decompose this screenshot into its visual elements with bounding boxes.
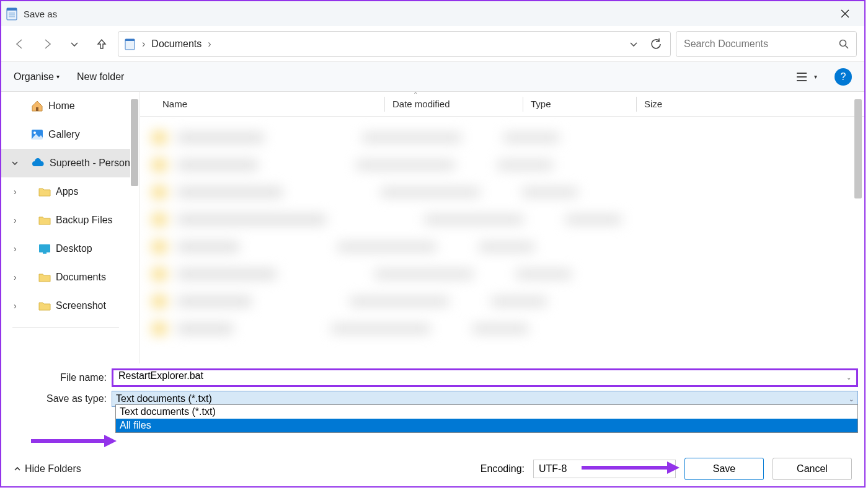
sidebar-item-apps[interactable]: › Apps — [1, 177, 130, 206]
dropdown-option-txt[interactable]: Text documents (*.txt) — [116, 405, 857, 419]
sidebar-label: Documents — [56, 272, 106, 283]
sidebar-label: Apps — [56, 186, 78, 197]
folder-icon — [38, 215, 51, 225]
search-box[interactable] — [676, 31, 857, 57]
file-rows-blurred — [140, 117, 864, 350]
navigation-pane: Home Gallery Supreeth - Personal › Apps — [1, 92, 140, 363]
close-button[interactable] — [831, 4, 859, 24]
svg-rect-17 — [39, 244, 50, 252]
sidebar-item-onedrive[interactable]: Supreeth - Personal — [1, 149, 130, 177]
save-button[interactable]: Save — [684, 458, 764, 480]
file-list-area: ⌃ Name Date modified Type Size — [140, 92, 864, 363]
column-size[interactable]: Size — [644, 99, 719, 109]
folder-icon — [38, 187, 51, 197]
svg-rect-18 — [43, 252, 46, 254]
sidebar-item-screenshot[interactable]: › Screenshot — [1, 292, 130, 320]
cancel-button[interactable]: Cancel — [773, 458, 852, 480]
toolbar: Organise ▾ New folder ▾ ? — [1, 62, 864, 92]
dropdown-option-allfiles[interactable]: All files — [116, 419, 857, 432]
saveastype-value: Text documents (*.txt) — [116, 393, 212, 404]
chevron-right-icon: › — [208, 38, 211, 50]
expand-icon[interactable]: › — [14, 272, 17, 282]
desktop-icon — [38, 244, 51, 254]
sidebar-item-documents[interactable]: › Documents — [1, 263, 130, 292]
chevron-down-icon: ⌄ — [849, 396, 854, 403]
column-headers: Name Date modified Type Size — [140, 92, 864, 117]
sidebar-label: Supreeth - Personal — [50, 158, 130, 169]
chevron-right-icon: › — [142, 38, 145, 50]
view-options-button[interactable]: ▾ — [797, 72, 817, 82]
svg-point-16 — [33, 131, 36, 134]
filename-value: RestartExplorer.bat — [118, 370, 203, 381]
svg-rect-8 — [125, 39, 135, 41]
history-dropdown[interactable] — [626, 36, 642, 52]
annotation-arrow — [582, 460, 681, 475]
annotation-arrow — [31, 434, 118, 448]
filename-row: File name: RestartExplorer.bat ⌄ — [1, 367, 864, 388]
hide-folders-button[interactable]: Hide Folders — [14, 463, 81, 474]
address-bar[interactable]: › Documents › — [118, 31, 671, 57]
home-icon — [31, 100, 43, 112]
expand-icon[interactable]: › — [14, 215, 17, 225]
gallery-icon — [31, 129, 43, 140]
sidebar-item-gallery[interactable]: Gallery — [1, 120, 130, 149]
folder-icon — [38, 301, 51, 311]
new-folder-button[interactable]: New folder — [77, 71, 124, 82]
notepad-icon — [6, 7, 17, 20]
filename-input[interactable]: RestartExplorer.bat ⌄ — [112, 368, 858, 387]
svg-line-10 — [846, 45, 849, 48]
sidebar-item-desktop[interactable]: › Desktop — [1, 234, 130, 263]
svg-point-9 — [840, 40, 846, 46]
search-icon — [839, 39, 849, 49]
recent-locations-button[interactable] — [63, 33, 86, 55]
sidebar-item-home[interactable]: Home — [1, 92, 130, 120]
back-button[interactable] — [9, 33, 31, 55]
encoding-label: Encoding: — [480, 463, 525, 474]
navigation-bar: › Documents › — [1, 26, 864, 62]
chevron-up-icon — [14, 465, 21, 473]
title-bar: Save as — [1, 1, 864, 26]
sidebar-scrollbar[interactable] — [131, 99, 138, 186]
forward-button[interactable] — [36, 33, 58, 55]
cloud-icon — [31, 158, 45, 168]
organise-button[interactable]: Organise ▾ — [14, 71, 60, 82]
column-date[interactable]: Date modified — [392, 99, 523, 109]
file-list-scrollbar[interactable] — [854, 99, 862, 198]
dialog-footer: Hide Folders Encoding: UTF-8 Save Cancel — [1, 452, 864, 486]
search-input[interactable] — [684, 38, 839, 50]
collapse-icon[interactable] — [11, 159, 19, 167]
sidebar-label: Home — [48, 100, 75, 112]
expand-icon[interactable]: › — [14, 187, 17, 197]
chevron-down-icon[interactable]: ⌄ — [846, 370, 851, 381]
refresh-button[interactable] — [648, 36, 664, 52]
help-button[interactable]: ? — [835, 68, 852, 86]
location-icon — [125, 38, 136, 50]
sidebar-label: Gallery — [48, 129, 80, 140]
window-title: Save as — [24, 9, 831, 19]
encoding-value: UTF-8 — [539, 463, 567, 474]
svg-rect-1 — [7, 8, 17, 11]
sort-indicator-icon: ⌃ — [413, 91, 418, 98]
saveastype-dropdown: Text documents (*.txt) All files — [115, 404, 858, 433]
filename-label: File name: — [1, 372, 112, 383]
save-as-dialog: Save as › Documents › Organise ▾ New fol… — [0, 0, 866, 488]
sidebar-label: Screenshot — [56, 300, 106, 311]
main-area: Home Gallery Supreeth - Personal › Apps — [1, 92, 864, 363]
expand-icon[interactable]: › — [14, 244, 17, 254]
folder-icon — [38, 272, 51, 282]
column-name[interactable]: Name — [162, 99, 384, 109]
column-type[interactable]: Type — [531, 99, 636, 109]
svg-rect-14 — [36, 107, 38, 111]
breadcrumb-location[interactable]: Documents — [151, 38, 202, 50]
hide-folders-label: Hide Folders — [25, 463, 81, 474]
sidebar-item-backup[interactable]: › Backup Files — [1, 206, 130, 234]
saveastype-label: Save as type: — [1, 393, 112, 404]
sidebar-label: Backup Files — [56, 215, 113, 226]
sidebar-label: Desktop — [56, 243, 92, 254]
expand-icon[interactable]: › — [14, 301, 17, 311]
up-button[interactable] — [91, 33, 113, 55]
